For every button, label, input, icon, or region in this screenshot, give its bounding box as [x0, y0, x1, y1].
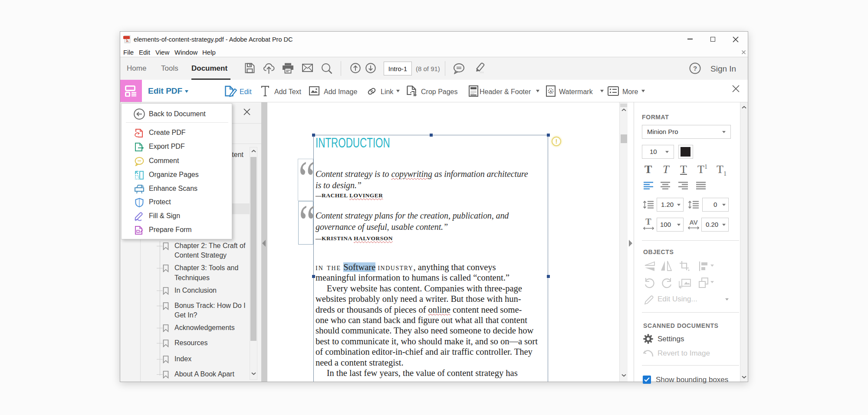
- svg-text:A: A: [549, 89, 552, 94]
- svg-text:AV: AV: [689, 219, 698, 226]
- svg-text:?: ?: [693, 65, 697, 72]
- svg-text:T: T: [645, 218, 651, 226]
